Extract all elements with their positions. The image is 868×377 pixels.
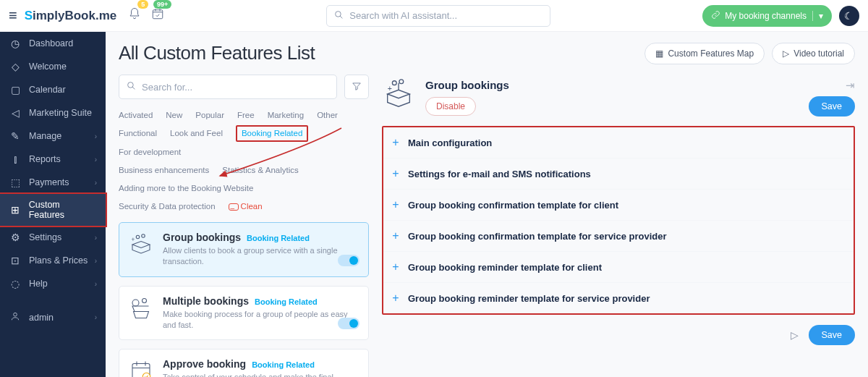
accordion-item[interactable]: +Group booking reminder template for ser… — [383, 283, 854, 313]
chevron-right-icon: › — [95, 257, 97, 265]
feature-card[interactable]: Approve bookingBooking RelatedTake contr… — [119, 349, 369, 377]
accordion-item[interactable]: +Group booking confirmation template for… — [383, 190, 854, 221]
filter-tag[interactable]: Other — [317, 106, 338, 124]
sidebar-item-reports[interactable]: ⫿Reports› — [0, 148, 106, 171]
booking-channels-button[interactable]: My booking channels ▾ — [702, 5, 832, 27]
filter-tag[interactable]: Security & Data protection — [119, 198, 216, 216]
grid-icon: ▦ — [655, 48, 663, 59]
filter-tag[interactable]: Business enhancements — [119, 161, 209, 179]
sidebar-item-payments[interactable]: ⬚Payments› — [0, 171, 106, 194]
nav-icon: ⊞ — [9, 204, 22, 216]
filter-tag[interactable]: Popular — [195, 106, 224, 124]
accordion-label: Group booking confirmation template for … — [408, 200, 618, 211]
accordion-label: Main configuration — [408, 137, 492, 148]
svg-point-7 — [132, 300, 139, 306]
filter-tag-booking-related[interactable]: Booking Related — [236, 125, 308, 141]
nav-icon: ◌ — [9, 278, 22, 289]
accordion-item[interactable]: +Group booking confirmation template for… — [383, 221, 854, 252]
accordion-label: Group booking reminder template for serv… — [408, 293, 650, 304]
save-button-bottom[interactable]: Save — [809, 325, 856, 345]
settings-accordion: +Main configuration+Settings for e-mail … — [382, 126, 855, 315]
video-tutorial-button[interactable]: ▷ Video tutorial — [772, 43, 855, 64]
svg-point-3 — [128, 82, 134, 88]
filter-tag[interactable]: Adding more to the Booking Website — [119, 179, 253, 198]
feature-category: Booking Related — [255, 297, 318, 306]
nav-icon: ⊡ — [9, 255, 22, 266]
accordion-item[interactable]: +Main configuration — [383, 127, 854, 158]
clean-filters[interactable]: Clean — [229, 198, 263, 216]
page-title: All Custom Features List — [119, 42, 315, 64]
bell-icon[interactable]: 5 — [128, 7, 141, 24]
filter-tag[interactable]: Activated — [119, 106, 153, 124]
sidebar-item-plans-prices[interactable]: ⊡Plans & Prices› — [0, 249, 106, 272]
feature-card[interactable]: Multiple bookingsBooking RelatedMake boo… — [119, 286, 369, 341]
sidebar-item-settings[interactable]: ⚙Settings› — [0, 226, 106, 249]
plus-icon: + — [391, 292, 401, 305]
feature-card[interactable]: +Group bookingsBooking RelatedAllow clie… — [119, 222, 369, 277]
nav-icon: ◁ — [9, 107, 22, 119]
filter-tag[interactable]: Marketing — [268, 106, 305, 124]
header-icon-group: 5 99+ — [128, 7, 174, 24]
sidebar-item-admin[interactable]: admin › — [0, 305, 106, 329]
feature-title: Approve booking — [163, 358, 246, 370]
svg-point-2 — [14, 313, 17, 316]
plus-icon: + — [391, 260, 401, 274]
plus-icon: + — [391, 198, 401, 211]
disable-button[interactable]: Disable — [425, 97, 476, 116]
svg-point-18 — [399, 80, 404, 84]
theme-toggle[interactable]: ☾ — [839, 6, 859, 26]
plus-icon: + — [391, 229, 401, 242]
sidebar-item-help[interactable]: ◌Help› — [0, 272, 106, 295]
calendar-badge: 99+ — [153, 0, 171, 9]
sidebar-item-welcome[interactable]: ◇Welcome — [0, 55, 106, 78]
accordion-item[interactable]: +Group booking reminder template for cli… — [383, 252, 854, 283]
svg-text:+: + — [388, 84, 392, 93]
accordion-item[interactable]: +Settings for e-mail and SMS notificatio… — [383, 158, 854, 190]
sidebar-item-dashboard[interactable]: ◷Dashboard — [0, 32, 106, 55]
nav-icon: ⚙ — [9, 232, 22, 243]
filter-button[interactable] — [344, 75, 369, 99]
funnel-icon — [352, 81, 362, 93]
hamburger-icon[interactable]: ≡ — [9, 7, 17, 24]
play-icon: ▷ — [783, 48, 789, 59]
feature-desc: Make booking process for a group of peop… — [163, 309, 358, 331]
features-map-button[interactable]: ▦ Custom Features Map — [644, 43, 765, 64]
chevron-right-icon: › — [95, 313, 97, 321]
filter-tag[interactable]: Look and Feel — [170, 124, 223, 143]
save-button-top[interactable]: Save — [809, 96, 856, 117]
filter-tag[interactable]: For development — [119, 143, 181, 161]
user-icon — [9, 311, 22, 323]
feature-search-input[interactable]: Search for... — [119, 75, 337, 99]
features-list-column: Search for... ActivatedNewPopularFreeMar… — [119, 75, 369, 377]
sidebar-item-custom-features[interactable]: ⊞Custom Features — [0, 192, 107, 227]
global-search[interactable]: Search with AI assistant... — [326, 5, 550, 27]
search-placeholder: Search with AI assistant... — [349, 10, 457, 21]
collapse-icon[interactable]: ⇥ — [846, 79, 855, 92]
sidebar-item-calendar[interactable]: ▢Calendar — [0, 78, 106, 101]
feature-card-icon — [128, 295, 154, 321]
feature-toggle[interactable] — [338, 255, 359, 266]
logo-char: S — [25, 9, 33, 23]
feature-icon: + — [382, 77, 415, 111]
feature-card-icon: + — [128, 232, 154, 258]
feature-title: Group bookings — [163, 232, 241, 243]
clean-icon — [229, 203, 239, 211]
logo[interactable]: SimplyBook.me — [25, 9, 117, 23]
chevron-right-icon: › — [95, 280, 97, 288]
filter-tag[interactable]: New — [166, 106, 182, 124]
filter-tag[interactable]: Free — [237, 106, 255, 124]
calendar-check-icon[interactable]: 99+ — [151, 7, 164, 24]
sidebar-item-manage[interactable]: ✎Manage› — [0, 124, 106, 148]
play-icon[interactable]: ▷ — [791, 329, 799, 341]
filter-tag[interactable]: Statistics & Analytics — [222, 161, 298, 179]
chevron-right-icon: › — [95, 156, 97, 164]
filter-tag[interactable]: Functional — [119, 124, 157, 143]
feature-toggle[interactable] — [338, 318, 359, 329]
link-icon — [711, 10, 720, 22]
sidebar-item-marketing-suite[interactable]: ◁Marketing Suite — [0, 101, 106, 124]
feature-desc: Take control of your schedule and make t… — [163, 372, 358, 377]
feature-category: Booking Related — [252, 360, 315, 369]
main-content: All Custom Features List ▦ Custom Featur… — [106, 32, 868, 377]
svg-text:+: + — [132, 236, 135, 242]
feature-desc: Allow clients to book a group service wi… — [163, 245, 358, 268]
